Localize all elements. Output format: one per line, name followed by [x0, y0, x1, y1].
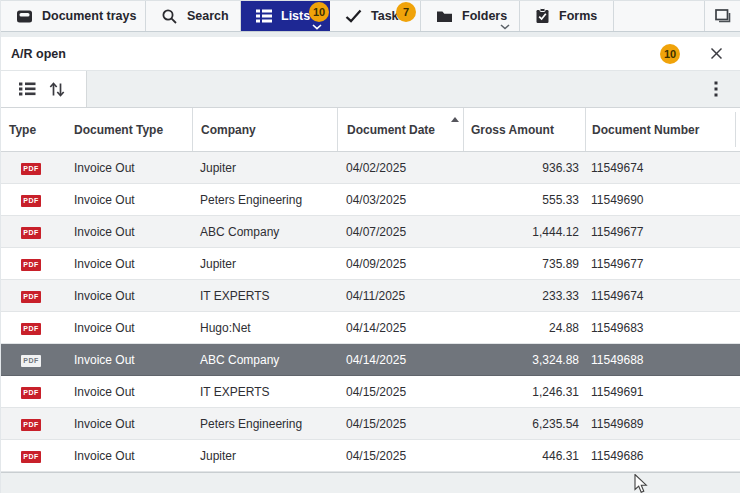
document-date-cell: 04/09/2025	[337, 257, 463, 271]
document-type-cell: Invoice Out	[66, 161, 192, 175]
type-cell: PDF	[1, 224, 66, 239]
gross-amount-cell: 3,324.88	[463, 353, 585, 367]
type-cell: PDF	[1, 160, 66, 175]
sort-ascending-icon	[451, 117, 459, 122]
panel-header: A/R open 10	[1, 37, 740, 70]
company-cell: IT EXPERTS	[192, 289, 337, 303]
pdf-icon: PDF	[21, 323, 41, 335]
tab-forms[interactable]: Forms	[520, 1, 614, 31]
gross-amount-cell: 24.88	[463, 321, 585, 335]
main-navigation: Document trays Search Lists 10	[1, 0, 740, 32]
pdf-icon: PDF	[21, 195, 41, 207]
list-view-icon	[18, 81, 36, 97]
column-header-company[interactable]: Company	[192, 108, 337, 151]
table-row[interactable]: PDFInvoice OutABC Company04/14/20253,324…	[1, 344, 740, 376]
type-cell: PDF	[1, 320, 66, 335]
chevron-down-icon[interactable]	[500, 24, 510, 30]
document-type-cell: Invoice Out	[66, 193, 192, 207]
list-footer-area	[1, 472, 740, 493]
type-cell: PDF	[1, 192, 66, 207]
table-header: Type Document Type Company Document Date…	[1, 108, 740, 152]
sort-button[interactable]	[46, 78, 68, 100]
gross-amount-cell: 1,444.12	[463, 225, 585, 239]
panel-title: A/R open	[11, 47, 66, 61]
search-icon	[161, 8, 178, 25]
view-controls	[1, 71, 87, 107]
column-header-gross-amount[interactable]: Gross Amount	[463, 108, 585, 151]
table-row[interactable]: PDFInvoice OutPeters Engineering04/03/20…	[1, 184, 740, 216]
list-icon	[256, 9, 272, 23]
list-toolbar	[1, 70, 740, 108]
tab-label: Forms	[559, 9, 597, 23]
more-options-button[interactable]	[705, 78, 727, 100]
tasks-count-badge: 7	[396, 2, 416, 22]
pdf-icon: PDF	[21, 163, 41, 175]
document-number-cell: 11549690	[585, 193, 735, 207]
document-type-cell: Invoice Out	[66, 321, 192, 335]
gross-amount-cell: 6,235.54	[463, 417, 585, 431]
tab-tasks[interactable]: Tasks 7	[330, 1, 421, 31]
document-type-cell: Invoice Out	[66, 385, 192, 399]
company-cell: ABC Company	[192, 353, 337, 367]
column-header-document-date[interactable]: Document Date	[337, 108, 463, 151]
pdf-icon: PDF	[21, 291, 41, 303]
document-tray-icon	[16, 9, 33, 24]
document-date-cell: 04/14/2025	[337, 321, 463, 335]
document-date-cell: 04/02/2025	[337, 161, 463, 175]
table-row[interactable]: PDFInvoice OutIT EXPERTS04/11/2025233.33…	[1, 280, 740, 312]
list-view-button[interactable]	[16, 78, 38, 100]
tab-search[interactable]: Search	[146, 1, 241, 31]
company-cell: Hugo:Net	[192, 321, 337, 335]
table-row[interactable]: PDFInvoice OutJupiter04/09/2025735.89115…	[1, 248, 740, 280]
document-date-cell: 04/11/2025	[337, 289, 463, 303]
document-date-cell: 04/07/2025	[337, 225, 463, 239]
type-cell: PDF	[1, 352, 66, 367]
document-type-cell: Invoice Out	[66, 289, 192, 303]
column-header-type[interactable]: Type	[1, 123, 66, 137]
type-cell: PDF	[1, 256, 66, 271]
kebab-menu-icon	[714, 81, 718, 97]
column-header-document-number[interactable]: Document Number	[585, 108, 735, 151]
tab-label: Folders	[462, 9, 507, 23]
gross-amount-cell: 936.33	[463, 161, 585, 175]
table-row[interactable]: PDFInvoice OutJupiter04/02/2025936.33115…	[1, 152, 740, 184]
pdf-icon: PDF	[21, 451, 41, 463]
company-cell: Peters Engineering	[192, 193, 337, 207]
company-cell: Peters Engineering	[192, 417, 337, 431]
document-date-cell: 04/15/2025	[337, 385, 463, 399]
table-row[interactable]: PDFInvoice OutIT EXPERTS04/15/20251,246.…	[1, 376, 740, 408]
sort-arrows-icon	[49, 81, 65, 98]
document-number-cell: 11549674	[585, 161, 735, 175]
document-date-cell: 04/15/2025	[337, 449, 463, 463]
table-row[interactable]: PDFInvoice OutJupiter04/15/2025446.31115…	[1, 440, 740, 472]
document-number-cell: 11549683	[585, 321, 735, 335]
clipboard-check-icon	[535, 8, 550, 24]
close-button[interactable]	[708, 46, 724, 62]
detach-window-button[interactable]	[705, 1, 740, 31]
tab-folders[interactable]: Folders	[421, 1, 520, 31]
company-cell: Jupiter	[192, 161, 337, 175]
window-restore-icon	[714, 8, 732, 24]
chevron-down-icon[interactable]	[312, 24, 322, 30]
table-row[interactable]: PDFInvoice OutPeters Engineering04/15/20…	[1, 408, 740, 440]
app-window: Document trays Search Lists 10	[0, 0, 740, 493]
tab-label: Lists	[281, 9, 310, 23]
tab-lists[interactable]: Lists 10	[241, 1, 330, 31]
company-cell: Jupiter	[192, 257, 337, 271]
list-count-badge: 10	[660, 44, 680, 64]
type-cell: PDF	[1, 288, 66, 303]
document-type-cell: Invoice Out	[66, 449, 192, 463]
document-number-cell: 11549677	[585, 225, 735, 239]
pdf-icon: PDF	[21, 355, 41, 367]
pdf-icon: PDF	[21, 259, 41, 271]
tab-document-trays[interactable]: Document trays	[1, 1, 146, 31]
document-number-cell: 11549674	[585, 289, 735, 303]
column-header-document-type[interactable]: Document Type	[66, 123, 192, 137]
document-number-cell: 11549688	[585, 353, 735, 367]
document-number-cell: 11549686	[585, 449, 735, 463]
table-row[interactable]: PDFInvoice OutABC Company04/07/20251,444…	[1, 216, 740, 248]
document-number-cell: 11549691	[585, 385, 735, 399]
document-type-cell: Invoice Out	[66, 417, 192, 431]
gross-amount-cell: 735.89	[463, 257, 585, 271]
table-row[interactable]: PDFInvoice OutHugo:Net04/14/202524.88115…	[1, 312, 740, 344]
